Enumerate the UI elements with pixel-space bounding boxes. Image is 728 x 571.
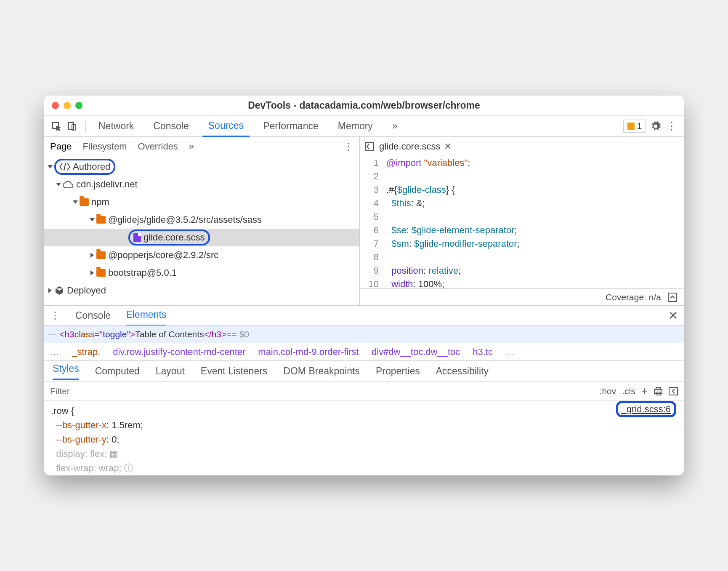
tab-console[interactable]: Console [147,116,194,136]
tree-label: glide.core.scss [143,232,205,243]
styles-filter-row: :hov .cls + [44,382,684,400]
cloud-icon [63,181,74,188]
folder-icon [96,269,106,277]
hov-button[interactable]: :hov [600,386,616,396]
drawer-kebab-icon[interactable]: ⋮ [50,310,60,321]
tab-accessibility[interactable]: Accessibility [436,366,489,377]
svg-rect-4 [668,293,677,302]
drawer-tab-elements[interactable]: Elements [126,305,166,326]
tab-styles[interactable]: Styles [53,363,79,380]
authored-icon [59,163,70,171]
nav-toggle-icon[interactable] [365,142,374,151]
svg-rect-6 [656,387,660,390]
panel-toggle-icon[interactable] [669,387,678,395]
folder-icon [96,251,106,259]
tab-computed[interactable]: Computed [95,366,140,377]
main-toolbar: Network Console Sources Performance Memo… [44,116,684,137]
close-tab-icon[interactable]: ✕ [444,141,452,152]
line-gutter: 1234567891011 [360,156,383,288]
inspect-icon[interactable] [50,120,63,133]
file-tab-label: glide.core.scss [379,141,441,152]
coverage-bar: Coverage: n/a [360,288,684,305]
styles-pane[interactable]: _grid.scss:6 .row { --bs-gutter-x: 1.5re… [44,400,684,475]
file-tree: Authored cdn.jsdelivr.net npm @glidejs/ [44,156,359,305]
drawer-close-icon[interactable]: ✕ [668,309,678,323]
tree-label: bootstrap@5.0.1 [108,267,177,278]
settings-icon[interactable] [649,120,662,133]
window-title: DevTools - datacadamia.com/web/browser/c… [44,100,684,111]
issues-count: 1 [637,121,642,131]
tree-label: @popperjs/core@2.9.2/src [108,250,218,261]
svg-rect-5 [654,390,662,393]
tab-network[interactable]: Network [93,116,140,136]
tree-label: @glidejs/glide@3.5.2/src/assets/sass [108,214,262,225]
drawer-tabs: ⋮ Console Elements ✕ [44,305,684,326]
filter-input[interactable] [50,386,594,396]
sources-sidebar: Page Filesystem Overrides » ⋮ Authored [44,137,360,305]
editor-pane: glide.core.scss ✕ 1234567891011 @import … [360,137,684,305]
tab-dom-breakpoints[interactable]: DOM Breakpoints [283,366,360,377]
code-editor[interactable]: 1234567891011 @import "variables"; .#{$g… [360,156,684,288]
more-tabs-icon[interactable]: » [386,116,404,136]
sidebar-kebab-icon[interactable]: ⋮ [343,141,353,152]
add-rule-icon[interactable]: + [641,384,648,398]
styles-tabs: Styles Computed Layout Event Listeners D… [44,361,684,382]
coverage-label: Coverage: n/a [606,292,661,302]
flex-badge-icon[interactable]: ▦ [109,448,118,459]
file-tab[interactable]: glide.core.scss ✕ [379,141,452,152]
tab-properties[interactable]: Properties [376,366,420,377]
deployed-icon [54,286,64,296]
tree-authored[interactable]: Authored [44,158,359,176]
tab-sources[interactable]: Sources [202,116,250,137]
file-icon [133,233,141,242]
traffic-lights [52,102,82,109]
folder-icon [80,198,89,206]
editor-tabs: glide.core.scss ✕ [360,137,684,156]
print-icon[interactable] [654,387,663,395]
sidebar-tabs: Page Filesystem Overrides » ⋮ [44,137,359,156]
tab-overrides[interactable]: Overrides [138,141,178,152]
cls-button[interactable]: .cls [622,386,635,396]
tree-npm[interactable]: npm [44,193,359,211]
device-toggle-icon[interactable] [66,120,79,133]
folder-icon [96,216,106,224]
tree-glide-folder[interactable]: @glidejs/glide@3.5.2/src/assets/sass [44,211,359,229]
tree-cdn[interactable]: cdn.jsdelivr.net [44,176,359,193]
source-code: @import "variables"; .#{$glide-class} { … [383,156,684,288]
titlebar: DevTools - datacadamia.com/web/browser/c… [44,96,684,116]
tree-popper[interactable]: @popperjs/core@2.9.2/src [44,246,359,264]
zoom-icon[interactable] [75,102,82,109]
tree-deployed[interactable]: Deployed [44,282,359,299]
svg-rect-1 [69,123,74,129]
info-icon[interactable]: ⓘ [124,463,133,473]
panel-tabs: Network Console Sources Performance Memo… [93,116,620,137]
minimize-icon[interactable] [64,102,71,109]
tree-label: Authored [73,161,110,172]
drawer-tab-console[interactable]: Console [75,306,111,326]
css-selector: .row { [51,404,677,418]
svg-rect-8 [669,387,678,395]
issues-button[interactable]: 1 [623,120,646,133]
source-link[interactable]: _grid.scss:6 [616,402,676,416]
tree-glide-file[interactable]: glide.core.scss [44,229,359,246]
tab-event-listeners[interactable]: Event Listeners [201,366,268,377]
tab-performance[interactable]: Performance [257,116,324,136]
tree-label: cdn.jsdelivr.net [76,179,138,190]
warning-icon [627,123,635,130]
tree-label: npm [91,197,109,208]
tree-label: Deployed [67,285,106,296]
tree-bootstrap[interactable]: bootstrap@5.0.1 [44,264,359,282]
kebab-menu-icon[interactable]: ⋮ [665,120,678,133]
breadcrumb[interactable]: … _strap. div.row.justify-content-md-cen… [44,343,684,361]
expand-icon[interactable] [668,293,677,302]
devtools-window: DevTools - datacadamia.com/web/browser/c… [44,96,684,475]
selected-element[interactable]: ⋯ <h3 class="toggle">Table of Contents</… [44,326,684,343]
sidebar-more-icon[interactable]: » [189,141,194,152]
tab-page[interactable]: Page [50,141,72,152]
tab-layout[interactable]: Layout [156,366,185,377]
tab-filesystem[interactable]: Filesystem [82,141,127,152]
tab-memory[interactable]: Memory [332,116,379,136]
close-icon[interactable] [52,102,59,109]
